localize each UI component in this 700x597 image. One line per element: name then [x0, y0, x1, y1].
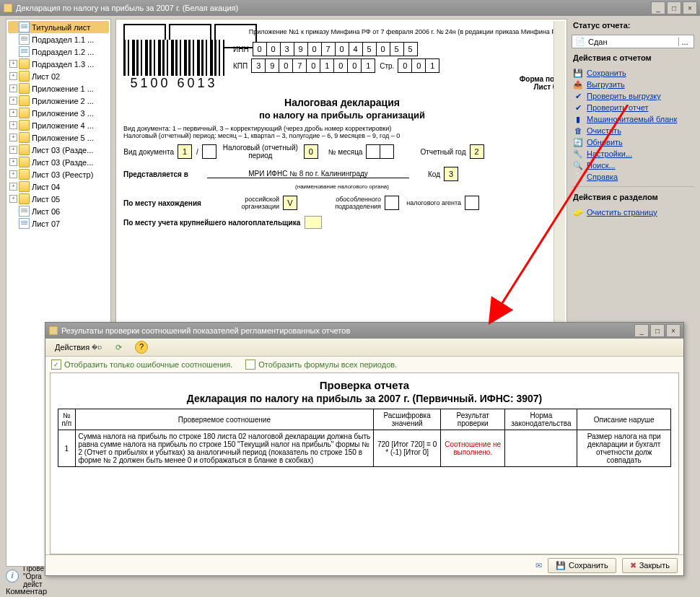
year-cell[interactable]: 2 — [470, 144, 484, 159]
agent-label: налогового агента — [403, 199, 461, 206]
upload-icon: 📤 — [573, 79, 583, 90]
tree-item[interactable]: +Приложение 3 ... — [8, 107, 109, 119]
check-icon: ✔ — [573, 103, 583, 113]
col-header: Расшифровка значений — [374, 409, 441, 430]
clear-icon: 🗑 — [573, 126, 583, 136]
tree-item[interactable]: +Лист 03 (Разде... — [8, 144, 109, 156]
code-cell[interactable]: 3 — [444, 167, 458, 181]
sub-toolbar: Действия�D ⟳ ? — [45, 339, 683, 357]
kpp-label: КПП — [233, 62, 248, 70]
sub-close[interactable]: × — [666, 324, 681, 337]
action-search[interactable]: 🔍Поиск... — [572, 160, 694, 171]
help-button[interactable]: ? — [131, 339, 152, 355]
sub-maximize[interactable]: □ — [650, 324, 665, 337]
action-barcode[interactable]: ▮Машиночитаемый бланк — [572, 113, 694, 125]
tree-item[interactable]: Лист 06 — [8, 205, 109, 217]
present-caption: (наименование налогового органа) — [123, 183, 561, 190]
check-icon: ✔ — [573, 91, 583, 101]
report-subtitle: Декларация по налогу на прибыль за 2007 … — [58, 393, 671, 404]
folder-icon — [19, 108, 30, 118]
svg-rect-2 — [49, 326, 58, 335]
tree-item[interactable]: Подраздел 1.2 ... — [8, 45, 109, 58]
barcode: 5100 6013 — [123, 40, 224, 91]
checkbox-errors-only[interactable]: ✓Отобразить только ошибочные соотношения… — [51, 359, 232, 370]
folder-icon — [19, 58, 30, 69]
tree-item[interactable]: +Лист 02 — [8, 70, 109, 82]
maximize-button[interactable]: □ — [667, 1, 681, 14]
tree-item[interactable]: +Лист 05 — [8, 193, 109, 205]
mail-icon[interactable]: ✉ — [535, 561, 542, 570]
tree-item[interactable]: +Лист 03 (Разде... — [8, 156, 109, 168]
refresh-button[interactable]: ⟳ — [111, 341, 126, 354]
report-title: Проверка отчета — [58, 379, 671, 391]
tree-item[interactable]: +Приложение 4 ... — [8, 119, 109, 131]
tree-item[interactable]: Титульный лист — [8, 21, 109, 33]
actions-header: Действия с отчетом — [572, 51, 694, 64]
month-label: № месяца — [328, 148, 363, 156]
folder-icon — [19, 120, 30, 131]
action-upload[interactable]: 📤Выгрузить — [572, 79, 694, 90]
action-check[interactable]: ✔Проверить отчет — [572, 102, 694, 113]
info-icon: i — [6, 570, 19, 583]
vid-cell[interactable]: 1 — [178, 144, 192, 159]
month-cell2[interactable] — [380, 144, 394, 159]
sub-app-icon — [48, 326, 58, 336]
subdiv-label: обособленного подразделения — [302, 196, 381, 210]
status-dots[interactable]: ... — [678, 38, 691, 46]
folder-icon — [19, 95, 30, 106]
barcode-icon: ▮ — [573, 114, 583, 124]
tree-item[interactable]: Лист 07 — [8, 217, 109, 230]
action-check[interactable]: ✔Проверить выгрузку — [572, 90, 694, 102]
col-header: Проверяемое соотношение — [75, 409, 374, 430]
folder-icon — [19, 83, 30, 94]
page-icon — [19, 34, 30, 45]
tree-item[interactable]: +Лист 03 (Реестр) — [8, 168, 109, 180]
close-button[interactable]: × — [683, 1, 697, 14]
action-refresh[interactable]: 🔄Обновить — [572, 136, 694, 148]
sub-minimize[interactable]: _ — [634, 324, 649, 337]
large-cell[interactable] — [305, 216, 322, 229]
save-button[interactable]: 💾Сохранить — [548, 558, 616, 573]
month-cell1[interactable] — [366, 144, 380, 159]
agent-cell[interactable] — [465, 196, 479, 210]
action-help[interactable]: ❔Справка — [572, 171, 694, 183]
subdiv-cell[interactable] — [385, 196, 399, 210]
folder-icon — [19, 157, 30, 167]
str-cells: 001 — [398, 58, 439, 73]
main-titlebar: Декларация по налогу на прибыль за 2007 … — [0, 0, 700, 16]
action-settings[interactable]: 🔧Настройки... — [572, 148, 694, 160]
sub-title: Результаты проверки соотношений показате… — [61, 326, 634, 335]
tree-item[interactable]: +Лист 04 — [8, 180, 109, 193]
action-save[interactable]: 💾Сохранить — [572, 67, 694, 79]
org-cell[interactable]: V — [283, 196, 297, 210]
tree-item[interactable]: Подраздел 1.1 ... — [8, 33, 109, 45]
app-icon — [3, 3, 13, 13]
place-label: По месту нахождения — [123, 199, 217, 207]
minimize-button[interactable]: _ — [651, 1, 665, 14]
action-clear[interactable]: 🗑Очистить — [572, 125, 694, 136]
kpp-cells: 390701001 — [252, 58, 375, 73]
table-row: 1 Сумма налога на прибыль по строке 180 … — [58, 430, 671, 467]
action-eraser[interactable]: 🧽Очистить страницу — [572, 206, 694, 218]
status-box[interactable]: 📄 Сдан ... — [572, 35, 694, 48]
period-cell[interactable]: 0 — [304, 144, 318, 159]
save-icon: 💾 — [556, 561, 566, 570]
corr-cell[interactable] — [202, 144, 216, 159]
tree-item[interactable]: +Подраздел 1.3 ... — [8, 58, 109, 70]
present-value[interactable]: МРИ ИФНС № 8 по г. Калининграду — [207, 170, 409, 178]
inn-cells: 003907045055 — [253, 42, 418, 56]
year-label: Отчетный год — [420, 148, 465, 156]
tree-item[interactable]: +Приложение 2 ... — [8, 95, 109, 107]
hint2: Налоговый (отчетный) период: месяц – 1, … — [123, 132, 561, 139]
save-icon: 💾 — [573, 68, 583, 78]
close-button[interactable]: ✖Закрыть — [622, 558, 678, 573]
actions-menu[interactable]: Действия�D — [50, 341, 107, 354]
col-header: Описание наруше — [577, 409, 671, 430]
tree-item[interactable]: +Приложение 5 ... — [8, 131, 109, 144]
col-header: Норма законодательства — [505, 409, 577, 430]
close-icon: ✖ — [630, 561, 636, 570]
checkbox-all-periods[interactable]: Отобразить формулы всех периодов. — [245, 359, 397, 370]
tree-item[interactable]: +Приложение 1 ... — [8, 82, 109, 95]
page-icon — [19, 206, 30, 217]
sub-footer: ✉ 💾Сохранить ✖Закрыть — [45, 554, 683, 575]
